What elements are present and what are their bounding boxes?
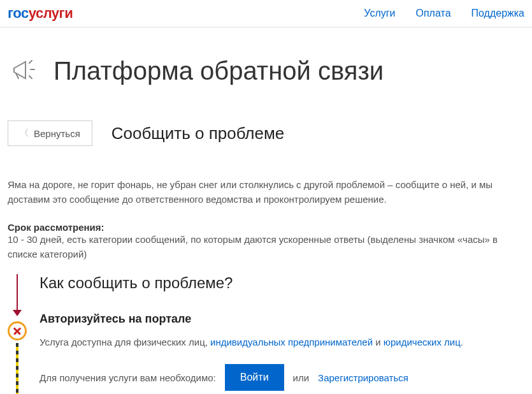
header: госуслуги Услуги Оплата Поддержка (0, 0, 532, 27)
step-1-text-after: . (461, 337, 463, 347)
description-text: Яма на дороге, не горит фонарь, не убран… (8, 178, 524, 207)
term-label: Срок рассмотрения: (8, 222, 524, 233)
step-status-error-icon (8, 321, 27, 340)
logo-part2: услуги (29, 5, 73, 21)
action-row: 〈 Вернуться Сообщить о проблеме (8, 120, 524, 146)
link-legal-entities[interactable]: юридических лиц (384, 337, 461, 347)
nav-payment[interactable]: Оплата (415, 8, 450, 19)
or-text: или (293, 372, 310, 383)
how-title: Как сообщить о проблеме? (40, 274, 524, 292)
section-title: Сообщить о проблеме (111, 124, 285, 143)
step-1-text-middle: и (373, 337, 384, 347)
megaphone-icon (8, 53, 41, 89)
nav-support[interactable]: Поддержка (471, 8, 524, 19)
login-button[interactable]: Войти (225, 364, 284, 391)
link-individual-entrepreneurs[interactable]: индивидуальных предпринимателей (210, 337, 373, 347)
nav-services[interactable]: Услуги (364, 8, 395, 19)
back-button[interactable]: 〈 Вернуться (8, 120, 92, 146)
login-row: Для получения услуги вам необходимо: Вой… (40, 364, 524, 391)
step-1-text: Услуга доступна для физических лиц, инди… (40, 335, 524, 350)
steps-block: Как сообщить о проблеме? Авторизуйтесь н… (8, 274, 524, 391)
arrow-line (17, 274, 18, 312)
register-link[interactable]: Зарегистрироваться (318, 372, 408, 383)
chevron-left-icon: 〈 (20, 128, 29, 139)
arrow-down-icon (13, 310, 22, 316)
platform-header: Платформа обратной связи (8, 53, 524, 89)
step-1-text-before: Услуга доступна для физических лиц, (40, 337, 210, 347)
main-content: Платформа обратной связи 〈 Вернуться Соо… (0, 27, 532, 394)
caution-stripe (16, 343, 18, 394)
term-value: 10 - 30 дней, есть категории сообщений, … (8, 233, 524, 261)
term-block: Срок рассмотрения: 10 - 30 дней, есть ка… (8, 222, 524, 261)
login-intro: Для получения услуги вам необходимо: (40, 372, 216, 383)
step-1: Авторизуйтесь на портале Услуга доступна… (40, 310, 524, 391)
logo-part1: гос (8, 5, 29, 21)
back-button-label: Вернуться (34, 128, 80, 139)
step-1-title: Авторизуйтесь на портале (40, 310, 524, 326)
logo[interactable]: госуслуги (8, 5, 73, 22)
platform-title: Платформа обратной связи (54, 57, 384, 85)
top-nav: Услуги Оплата Поддержка (364, 8, 524, 19)
